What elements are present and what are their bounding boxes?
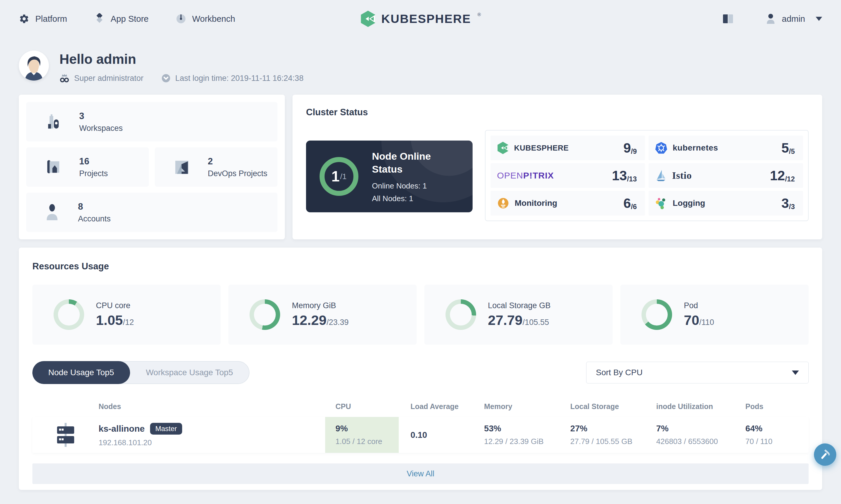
- col-header-memory: Memory: [484, 402, 570, 411]
- metric-value: 12.29: [292, 312, 327, 328]
- col-header-nodes: Nodes: [99, 402, 325, 411]
- devops-projects-count: 2: [208, 156, 267, 167]
- user-role: Super administrator: [59, 73, 144, 83]
- cpu-detail: 1.05 / 12 core: [335, 437, 399, 446]
- workspaces-icon: [45, 113, 63, 131]
- col-header-cpu: CPU: [325, 402, 399, 411]
- docs-icon[interactable]: [722, 14, 734, 24]
- node-name[interactable]: ks-allinone: [99, 424, 145, 434]
- component-count: 5: [781, 140, 789, 156]
- component-count: 12: [770, 168, 785, 183]
- memory-donut-chart: [249, 299, 280, 330]
- node-usage-table: Nodes CPU Load Average Memory Local Stor…: [32, 396, 809, 484]
- hero-section: Hello admin Super administrator Last log…: [19, 51, 822, 83]
- accounts-label: Accounts: [78, 214, 111, 223]
- projects-label: Projects: [79, 169, 108, 178]
- metric-memory: Memory GiB 12.29/23.39: [228, 285, 417, 345]
- resources-usage-card: Resources Usage CPU core 1.05/12 Memory …: [19, 248, 822, 490]
- component-count: 13: [612, 168, 627, 183]
- pods-cell: 64% 70 / 110: [746, 424, 809, 446]
- metric-total: /12: [123, 318, 134, 327]
- component-count: 3: [781, 196, 789, 211]
- metric-label: Memory GiB: [292, 301, 349, 310]
- accounts-count: 8: [78, 201, 111, 212]
- kubesphere-logo[interactable]: KUBESPHERE ®: [360, 10, 481, 28]
- openpitrix-wordmark: OPENP!TRIX: [497, 170, 554, 181]
- sort-by-dropdown[interactable]: Sort By CPU: [586, 362, 809, 383]
- component-name: Logging: [673, 198, 705, 208]
- tab-node-usage-top5[interactable]: Node Usage Top5: [32, 361, 130, 384]
- metric-label: Local Storage GB: [488, 301, 550, 310]
- component-monitoring: Monitoring 6/6: [491, 191, 645, 216]
- tab-workspace-usage-top5[interactable]: Workspace Usage Top5: [130, 362, 249, 383]
- metric-label: CPU core: [96, 301, 134, 310]
- workbench-icon: [176, 14, 186, 24]
- nav-item-platform[interactable]: Platform: [19, 14, 67, 24]
- workspaces-count: 3: [79, 111, 123, 122]
- pod-donut-chart: [642, 299, 672, 330]
- component-kubernetes: kubernetes 5/5: [649, 136, 803, 160]
- logo-registered-mark: ®: [477, 12, 481, 17]
- view-all-button[interactable]: View All: [32, 464, 809, 484]
- node-total-count: /1: [340, 172, 347, 181]
- component-total: /5: [789, 147, 795, 155]
- component-kubesphere: KUBESPHERE 9/9: [491, 136, 645, 160]
- col-header-load-average: Load Average: [399, 402, 484, 411]
- user-name: admin: [782, 14, 805, 24]
- component-name: Istio: [672, 170, 692, 181]
- nav-item-label: App Store: [111, 14, 148, 24]
- devops-projects-label: DevOps Projects: [208, 169, 267, 178]
- metric-local-storage: Local Storage GB 27.79/105.55: [424, 285, 613, 345]
- metrics-row: CPU core 1.05/12 Memory GiB 12.29/23.39 …: [32, 285, 809, 345]
- nav-item-workbench[interactable]: Workbench: [176, 14, 235, 24]
- local-storage-cell: 27% 27.79 / 105.55 GB: [570, 424, 656, 446]
- devops-projects-icon: [173, 158, 191, 176]
- sort-by-value: Sort By CPU: [596, 368, 643, 377]
- hero-texts: Hello admin Super administrator Last log…: [59, 51, 303, 83]
- metric-value: 70: [684, 312, 699, 328]
- node-online-count: 1: [331, 168, 339, 185]
- projects-icon: [45, 158, 63, 176]
- resources-usage-title: Resources Usage: [32, 261, 809, 272]
- component-count: 9: [623, 140, 631, 156]
- storage-donut-chart: [445, 299, 476, 330]
- cluster-status-title: Cluster Status: [306, 107, 809, 118]
- component-logging: Logging 3/3: [649, 191, 803, 216]
- node-online-status-card: 1 /1 Node Online Status Online Nodes: 1 …: [306, 141, 473, 212]
- cpu-cell: 9% 1.05 / 12 core: [325, 417, 399, 453]
- table-row[interactable]: ks-allinone Master 192.168.101.20 9% 1.0…: [32, 417, 809, 453]
- online-nodes-line: Online Nodes: 1: [372, 181, 457, 191]
- metric-value: 1.05: [96, 312, 123, 328]
- devops-projects-tile[interactable]: 2 DevOps Projects: [155, 147, 278, 187]
- logo-text: KUBESPHERE: [381, 12, 471, 26]
- node-ip: 192.168.101.20: [99, 438, 325, 447]
- col-header-inode-utilization: inode Utilization: [656, 402, 746, 411]
- projects-tile[interactable]: 16 Projects: [26, 147, 149, 187]
- nav-item-app-store[interactable]: App Store: [94, 13, 148, 24]
- nav-item-label: Workbench: [192, 14, 235, 24]
- gear-icon: [19, 14, 30, 24]
- user-menu[interactable]: admin: [766, 14, 822, 24]
- server-icon: [32, 423, 99, 447]
- cpu-percent: 9%: [335, 424, 399, 433]
- cpu-donut-chart: [54, 299, 84, 330]
- last-login: Last login time: 2019-11-11 16:24:38: [161, 73, 304, 83]
- node-status-ring: 1 /1: [319, 157, 358, 196]
- dropdown-caret-icon: [792, 371, 799, 375]
- cluster-status-card: Cluster Status 1 /1 Node Online Status O…: [293, 95, 822, 239]
- logging-icon: [655, 197, 667, 209]
- workspaces-tile[interactable]: 3 Workspaces: [26, 102, 278, 141]
- node-status-heading: Node Online Status: [372, 150, 457, 176]
- kubesphere-logo-icon: [360, 10, 376, 28]
- user-role-label: Super administrator: [74, 74, 144, 83]
- projects-count: 16: [79, 156, 108, 167]
- metric-label: Pod: [684, 301, 714, 310]
- metric-total: /110: [699, 318, 714, 327]
- avatar: [19, 51, 49, 80]
- toolbox-button[interactable]: [814, 444, 836, 466]
- accounts-tile[interactable]: 8 Accounts: [26, 193, 278, 232]
- hammer-icon: [819, 448, 831, 461]
- col-header-pods: Pods: [746, 402, 809, 411]
- chevron-down-icon: [816, 17, 822, 21]
- component-istio: Istio 12/12: [649, 163, 803, 188]
